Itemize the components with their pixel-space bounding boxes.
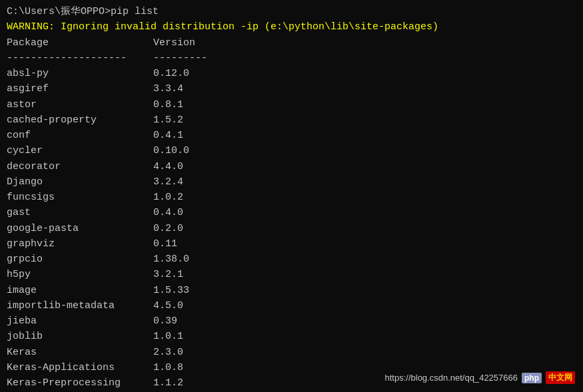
package-list: absl-py0.12.0asgiref3.3.4astor0.8.1cache…	[7, 66, 576, 391]
prompt-line: C:\Users\振华OPPO>pip list	[7, 4, 576, 19]
package-name: image	[7, 283, 153, 298]
package-version: 0.12.0	[153, 66, 189, 81]
package-version: 0.10.0	[153, 143, 189, 158]
package-name: jieba	[7, 313, 153, 329]
package-version: 1.38.0	[153, 252, 189, 267]
package-name: astor	[7, 97, 153, 112]
col-package: Package	[7, 35, 153, 51]
table-row: cached-property1.5.2	[7, 112, 576, 128]
package-name: asgiref	[7, 81, 153, 97]
table-row: gast0.4.0	[7, 205, 576, 220]
warning-line: WARNING: Ignoring invalid distribution -…	[7, 19, 576, 35]
table-row: cycler0.10.0	[7, 143, 576, 158]
package-name: google-pasta	[7, 221, 153, 236]
package-version: 1.1.2	[153, 375, 183, 391]
table-row: Keras2.3.0	[7, 345, 576, 360]
package-name: funcsigs	[7, 190, 153, 205]
table-row: importlib-metadata4.5.0	[7, 298, 576, 313]
package-version: 0.39	[153, 313, 177, 329]
table-row: absl-py0.12.0	[7, 66, 576, 81]
table-row: jieba0.39	[7, 313, 576, 329]
package-name: grpcio	[7, 252, 153, 267]
package-version: 1.0.8	[153, 360, 183, 375]
table-row: asgiref3.3.4	[7, 81, 576, 97]
package-version: 3.2.1	[153, 267, 183, 282]
package-version: 1.0.2	[153, 190, 183, 205]
table-row: funcsigs1.0.2	[7, 190, 576, 205]
table-row: Django3.2.4	[7, 174, 576, 190]
package-version: 0.11	[153, 236, 177, 252]
package-version: 4.4.0	[153, 159, 183, 174]
php-badge: php	[522, 373, 542, 383]
table-row: graphviz0.11	[7, 236, 576, 252]
table-row: astor0.8.1	[7, 97, 576, 112]
watermark-url: https://blog.csdn.net/qq_42257666	[385, 373, 518, 383]
warning-text: WARNING: Ignoring invalid distribution -…	[7, 19, 438, 35]
cn-badge: 中文网	[546, 371, 575, 384]
package-name: Keras	[7, 345, 153, 360]
table-row: image1.5.33	[7, 283, 576, 298]
package-name: importlib-metadata	[7, 298, 153, 313]
header-line: Package Version	[7, 35, 576, 51]
package-version: 1.5.2	[153, 112, 183, 128]
package-version: 0.2.0	[153, 221, 183, 236]
separator-line: -------------------- ---------	[7, 51, 576, 66]
package-version: 4.5.0	[153, 298, 183, 313]
package-version: 0.8.1	[153, 97, 183, 112]
package-version: 2.3.0	[153, 345, 183, 360]
terminal-window: C:\Users\振华OPPO>pip list WARNING: Ignori…	[0, 0, 583, 392]
package-version: 3.2.4	[153, 174, 183, 190]
package-version: 0.4.1	[153, 128, 183, 143]
package-name: graphviz	[7, 236, 153, 252]
sep-ver: ---------	[153, 51, 207, 66]
package-name: Keras-Preprocessing	[7, 375, 153, 391]
table-row: grpcio1.38.0	[7, 252, 576, 267]
package-name: Keras-Applications	[7, 360, 153, 375]
package-name: absl-py	[7, 66, 153, 81]
package-version: 1.0.1	[153, 329, 183, 344]
watermark: https://blog.csdn.net/qq_42257666 php 中文…	[385, 371, 576, 384]
package-name: h5py	[7, 267, 153, 282]
package-name: gast	[7, 205, 153, 220]
table-row: h5py3.2.1	[7, 267, 576, 282]
prompt-text: C:\Users\振华OPPO>pip list	[7, 4, 159, 19]
package-name: joblib	[7, 329, 153, 344]
package-version: 1.5.33	[153, 283, 189, 298]
package-version: 3.3.4	[153, 81, 183, 97]
package-name: cycler	[7, 143, 153, 158]
package-name: cached-property	[7, 112, 153, 128]
col-version: Version	[153, 35, 195, 51]
table-row: decorator4.4.0	[7, 159, 576, 174]
table-row: conf0.4.1	[7, 128, 576, 143]
table-row: google-pasta0.2.0	[7, 221, 576, 236]
package-name: decorator	[7, 159, 153, 174]
package-name: Django	[7, 174, 153, 190]
package-version: 0.4.0	[153, 205, 183, 220]
package-name: conf	[7, 128, 153, 143]
table-row: joblib1.0.1	[7, 329, 576, 344]
sep-pkg: --------------------	[7, 51, 153, 66]
